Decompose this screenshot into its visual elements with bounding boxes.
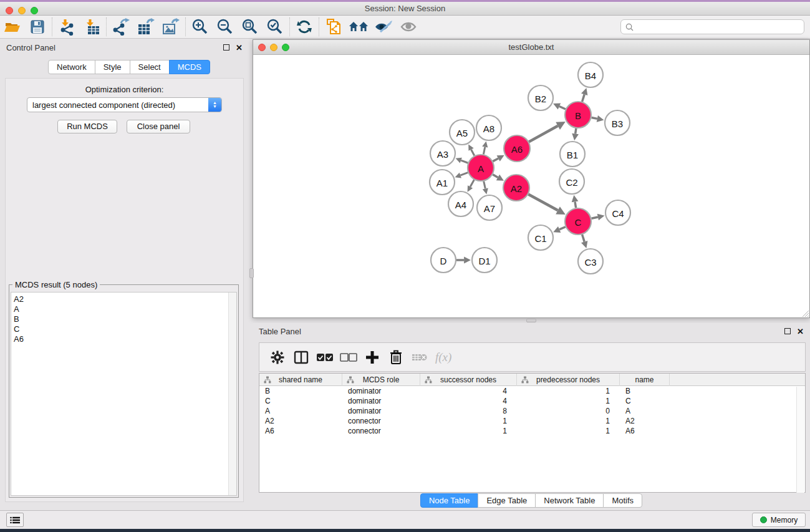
- node-label-B3: B3: [612, 118, 623, 129]
- table-row[interactable]: Bdominator41B: [259, 386, 805, 396]
- result-item[interactable]: A2: [14, 294, 236, 304]
- edge-C-C4[interactable]: [591, 217, 597, 218]
- export-network-button[interactable]: [108, 17, 133, 37]
- first-neighbors-button[interactable]: [346, 17, 371, 37]
- zoom-selected-button[interactable]: [263, 17, 287, 37]
- edge-C-C3[interactable]: [582, 235, 585, 242]
- import-network-button[interactable]: [54, 17, 79, 37]
- edge-A-A8[interactable]: [483, 147, 485, 155]
- export-image-button[interactable]: [158, 17, 183, 37]
- zoom-selected-icon: [266, 18, 284, 36]
- tab-edge-table[interactable]: Edge Table: [478, 493, 536, 508]
- splitter-handle-vertical[interactable]: [249, 268, 254, 278]
- edge-A-A5[interactable]: [471, 150, 475, 156]
- export-table-button[interactable]: [133, 17, 158, 37]
- minimize-window-icon[interactable]: [18, 7, 26, 14]
- tab-network[interactable]: Network: [48, 60, 95, 74]
- mcds-result-list[interactable]: A2ABCA6: [11, 292, 237, 496]
- tab-style[interactable]: Style: [95, 60, 130, 74]
- table-settings-button[interactable]: [266, 346, 289, 369]
- status-menu-button[interactable]: [6, 513, 24, 527]
- show-all-button[interactable]: [396, 17, 421, 37]
- edge-B-B2[interactable]: [559, 106, 566, 109]
- memory-button[interactable]: Memory: [752, 513, 806, 527]
- edge-C-C1[interactable]: [559, 227, 566, 230]
- search-input[interactable]: [637, 22, 793, 31]
- import-table-button[interactable]: [79, 17, 104, 37]
- deselect-all-button[interactable]: [337, 346, 360, 369]
- table-split-view-button[interactable]: [289, 346, 313, 369]
- float-panel-icon[interactable]: [223, 44, 229, 51]
- delete-table-button[interactable]: [408, 346, 432, 369]
- edge-arrowhead: [597, 115, 604, 122]
- tab-network-table[interactable]: Network Table: [535, 493, 604, 508]
- column-header-successor-nodes[interactable]: successor nodes: [420, 374, 517, 386]
- save-session-button[interactable]: [25, 17, 50, 37]
- edge-B-B3[interactable]: [592, 117, 597, 118]
- list-icon: [10, 516, 20, 524]
- open-session-button[interactable]: [0, 17, 25, 37]
- result-item[interactable]: A6: [14, 334, 236, 344]
- close-panel-icon[interactable]: ✕: [236, 43, 243, 52]
- select-all-button[interactable]: [313, 346, 337, 369]
- delete-columns-button[interactable]: [384, 346, 408, 369]
- table-scrollbar[interactable]: [796, 387, 804, 493]
- edge-A-A6[interactable]: [493, 158, 498, 162]
- edge-A2-C[interactable]: [528, 195, 557, 211]
- run-mcds-button[interactable]: Run MCDS: [57, 120, 117, 133]
- result-item[interactable]: A: [14, 304, 236, 314]
- edge-A-A1[interactable]: [460, 173, 468, 175]
- zoom-window-icon[interactable]: [31, 7, 38, 14]
- zoom-out-button[interactable]: [213, 17, 238, 37]
- network-window-titlebar: testGlobe.txt: [253, 40, 809, 55]
- tab-select[interactable]: Select: [130, 60, 170, 74]
- edge-B-B1[interactable]: [576, 128, 576, 134]
- edge-A-A3[interactable]: [461, 160, 468, 163]
- table-row[interactable]: A6connector11A6: [259, 426, 805, 436]
- minimize-network-window-icon[interactable]: [270, 44, 277, 51]
- cell-predecessor-nodes: 1: [517, 386, 620, 396]
- add-column-button[interactable]: [360, 346, 384, 369]
- edge-B-B4[interactable]: [582, 94, 585, 102]
- node-table[interactable]: shared nameMCDS rolesuccessor nodesprede…: [259, 373, 806, 493]
- cell-name: A2: [620, 416, 670, 426]
- hide-selected-button[interactable]: [371, 17, 396, 37]
- table-row[interactable]: Cdominator41C: [259, 396, 805, 406]
- edge-A-A7[interactable]: [484, 181, 486, 188]
- optimization-criterion-label: Optimization criterion:: [0, 85, 249, 94]
- edge-A6-B[interactable]: [529, 126, 557, 142]
- edge-C-C2[interactable]: [575, 201, 576, 208]
- close-panel-button[interactable]: Close panel: [127, 120, 190, 133]
- tab-motifs[interactable]: Motifs: [603, 493, 642, 508]
- network-window-controls[interactable]: [258, 44, 289, 51]
- function-builder-button[interactable]: f(x): [435, 351, 451, 364]
- tab-mcds[interactable]: MCDS: [169, 60, 210, 74]
- resize-grip-icon[interactable]: [801, 309, 809, 317]
- column-header-MCDS-role[interactable]: MCDS role: [342, 374, 420, 386]
- result-item[interactable]: C: [14, 324, 236, 334]
- zoom-in-button[interactable]: [188, 17, 213, 37]
- optimization-criterion-dropdown[interactable]: largest connected component (directed) ▲…: [27, 97, 222, 112]
- zoom-network-window-icon[interactable]: [282, 44, 289, 51]
- close-window-icon[interactable]: [6, 7, 13, 14]
- column-header-name[interactable]: name: [620, 374, 670, 386]
- column-header-predecessor-nodes[interactable]: predecessor nodes: [517, 374, 620, 386]
- close-table-panel-icon[interactable]: ✕: [797, 327, 804, 336]
- column-header-shared-name[interactable]: shared name: [259, 374, 342, 386]
- clone-network-button[interactable]: [321, 17, 346, 37]
- edge-A-A4[interactable]: [470, 180, 474, 186]
- result-item[interactable]: B: [14, 314, 236, 324]
- zoom-fit-button[interactable]: [238, 17, 263, 37]
- result-list-scrollbar[interactable]: [228, 293, 236, 495]
- tab-node-table[interactable]: Node Table: [420, 493, 479, 508]
- float-table-panel-icon[interactable]: [784, 328, 791, 334]
- table-row[interactable]: Adominator80A: [259, 406, 805, 416]
- refresh-button[interactable]: [292, 17, 317, 37]
- window-controls[interactable]: [6, 7, 38, 14]
- close-network-window-icon[interactable]: [258, 44, 266, 51]
- network-graph-canvas[interactable]: B4B2BB3A5A8A3A6B1AA1C2A2A4A7C4CC1C3DD1: [253, 55, 809, 317]
- splitter-handle-horizontal[interactable]: [526, 319, 536, 322]
- table-row[interactable]: A2connector11A2: [259, 416, 805, 426]
- search-field[interactable]: [620, 19, 804, 34]
- edge-A-A2[interactable]: [493, 175, 498, 178]
